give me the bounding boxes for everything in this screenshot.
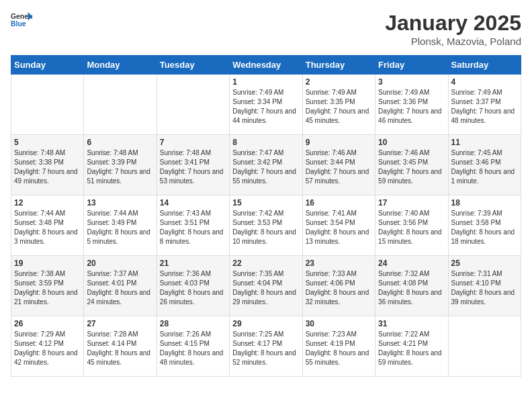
day-number: 1 — [232, 77, 299, 87]
header-sunday: Sunday — [11, 56, 84, 75]
day-info: Sunrise: 7:46 AMSunset: 3:45 PMDaylight:… — [378, 148, 445, 186]
day-cell: 5Sunrise: 7:48 AMSunset: 3:38 PMDaylight… — [11, 135, 84, 195]
day-info: Sunrise: 7:29 AMSunset: 4:12 PMDaylight:… — [14, 330, 81, 367]
day-info: Sunrise: 7:49 AMSunset: 3:37 PMDaylight:… — [451, 88, 518, 126]
day-info: Sunrise: 7:43 AMSunset: 3:51 PMDaylight:… — [160, 209, 226, 246]
day-info: Sunrise: 7:48 AMSunset: 3:38 PMDaylight:… — [14, 148, 81, 186]
day-number: 25 — [451, 259, 518, 268]
day-cell: 9Sunrise: 7:46 AMSunset: 3:44 PMDaylight… — [302, 135, 375, 195]
day-cell: 21Sunrise: 7:36 AMSunset: 4:03 PMDayligh… — [157, 256, 229, 316]
page-title: January 2025 — [385, 11, 521, 36]
day-info: Sunrise: 7:48 AMSunset: 3:41 PMDaylight:… — [160, 148, 226, 186]
day-cell: 25Sunrise: 7:31 AMSunset: 4:10 PMDayligh… — [448, 256, 521, 316]
day-info: Sunrise: 7:44 AMSunset: 3:48 PMDaylight:… — [14, 209, 81, 246]
day-cell: 10Sunrise: 7:46 AMSunset: 3:45 PMDayligh… — [375, 135, 448, 195]
day-cell: 1Sunrise: 7:49 AMSunset: 3:34 PMDaylight… — [230, 75, 302, 135]
header-monday: Monday — [84, 56, 157, 75]
day-number: 7 — [160, 138, 226, 147]
day-number: 20 — [87, 259, 153, 268]
day-number: 19 — [14, 259, 81, 268]
day-info: Sunrise: 7:42 AMSunset: 3:53 PMDaylight:… — [232, 209, 299, 246]
day-cell: 11Sunrise: 7:45 AMSunset: 3:46 PMDayligh… — [448, 135, 521, 195]
day-number: 5 — [14, 138, 81, 147]
day-cell — [448, 316, 521, 377]
day-number: 21 — [160, 259, 226, 268]
week-row-1: 1Sunrise: 7:49 AMSunset: 3:34 PMDaylight… — [11, 75, 521, 135]
day-info: Sunrise: 7:44 AMSunset: 3:49 PMDaylight:… — [87, 209, 153, 246]
day-cell: 13Sunrise: 7:44 AMSunset: 3:49 PMDayligh… — [84, 195, 157, 256]
day-cell: 18Sunrise: 7:39 AMSunset: 3:58 PMDayligh… — [448, 195, 521, 256]
day-info: Sunrise: 7:23 AMSunset: 4:19 PMDaylight:… — [306, 330, 372, 367]
day-cell: 4Sunrise: 7:49 AMSunset: 3:37 PMDaylight… — [448, 75, 521, 135]
day-info: Sunrise: 7:37 AMSunset: 4:01 PMDaylight:… — [87, 269, 153, 307]
day-info: Sunrise: 7:33 AMSunset: 4:06 PMDaylight:… — [306, 269, 372, 307]
day-number: 12 — [14, 198, 81, 208]
day-cell: 8Sunrise: 7:47 AMSunset: 3:42 PMDaylight… — [230, 135, 302, 195]
logo: General Blue — [11, 11, 32, 30]
day-cell — [11, 75, 84, 135]
day-cell: 15Sunrise: 7:42 AMSunset: 3:53 PMDayligh… — [230, 195, 302, 256]
day-info: Sunrise: 7:38 AMSunset: 3:59 PMDaylight:… — [14, 269, 81, 307]
calendar-header-row: SundayMondayTuesdayWednesdayThursdayFrid… — [11, 56, 521, 75]
day-number: 15 — [232, 198, 299, 208]
day-cell: 16Sunrise: 7:41 AMSunset: 3:54 PMDayligh… — [302, 195, 375, 256]
header-wednesday: Wednesday — [230, 56, 302, 75]
page-header: General Blue January 2025 Plonsk, Mazovi… — [11, 11, 521, 47]
day-info: Sunrise: 7:31 AMSunset: 4:10 PMDaylight:… — [451, 269, 518, 307]
day-number: 2 — [306, 77, 372, 87]
day-info: Sunrise: 7:49 AMSunset: 3:34 PMDaylight:… — [232, 88, 299, 126]
week-row-3: 12Sunrise: 7:44 AMSunset: 3:48 PMDayligh… — [11, 195, 521, 256]
day-info: Sunrise: 7:40 AMSunset: 3:56 PMDaylight:… — [378, 209, 445, 246]
day-number: 10 — [378, 138, 445, 147]
day-number: 13 — [87, 198, 153, 208]
header-thursday: Thursday — [302, 56, 375, 75]
day-number: 31 — [378, 319, 445, 328]
svg-text:Blue: Blue — [11, 20, 26, 28]
day-number: 18 — [451, 198, 518, 208]
week-row-2: 5Sunrise: 7:48 AMSunset: 3:38 PMDaylight… — [11, 135, 521, 195]
day-cell: 14Sunrise: 7:43 AMSunset: 3:51 PMDayligh… — [157, 195, 229, 256]
day-number: 4 — [451, 77, 518, 87]
day-cell: 26Sunrise: 7:29 AMSunset: 4:12 PMDayligh… — [11, 316, 84, 377]
day-cell — [157, 75, 229, 135]
day-number: 9 — [306, 138, 372, 147]
day-cell: 7Sunrise: 7:48 AMSunset: 3:41 PMDaylight… — [157, 135, 229, 195]
day-info: Sunrise: 7:22 AMSunset: 4:21 PMDaylight:… — [378, 330, 445, 367]
day-info: Sunrise: 7:41 AMSunset: 3:54 PMDaylight:… — [306, 209, 372, 246]
week-row-5: 26Sunrise: 7:29 AMSunset: 4:12 PMDayligh… — [11, 316, 521, 377]
header-friday: Friday — [375, 56, 448, 75]
day-info: Sunrise: 7:48 AMSunset: 3:39 PMDaylight:… — [87, 148, 153, 186]
day-info: Sunrise: 7:32 AMSunset: 4:08 PMDaylight:… — [378, 269, 445, 307]
day-info: Sunrise: 7:25 AMSunset: 4:17 PMDaylight:… — [232, 330, 299, 367]
day-info: Sunrise: 7:49 AMSunset: 3:36 PMDaylight:… — [378, 88, 445, 126]
day-number: 11 — [451, 138, 518, 147]
day-cell: 19Sunrise: 7:38 AMSunset: 3:59 PMDayligh… — [11, 256, 84, 316]
day-cell: 23Sunrise: 7:33 AMSunset: 4:06 PMDayligh… — [302, 256, 375, 316]
day-number: 22 — [232, 259, 299, 268]
logo-icon: General Blue — [11, 11, 32, 30]
day-cell: 3Sunrise: 7:49 AMSunset: 3:36 PMDaylight… — [375, 75, 448, 135]
day-info: Sunrise: 7:46 AMSunset: 3:44 PMDaylight:… — [306, 148, 372, 186]
day-info: Sunrise: 7:36 AMSunset: 4:03 PMDaylight:… — [160, 269, 226, 307]
day-info: Sunrise: 7:39 AMSunset: 3:58 PMDaylight:… — [451, 209, 518, 246]
day-number: 8 — [232, 138, 299, 147]
day-number: 27 — [87, 319, 153, 328]
day-cell: 20Sunrise: 7:37 AMSunset: 4:01 PMDayligh… — [84, 256, 157, 316]
day-number: 14 — [160, 198, 226, 208]
day-cell: 28Sunrise: 7:26 AMSunset: 4:15 PMDayligh… — [157, 316, 229, 377]
day-cell: 6Sunrise: 7:48 AMSunset: 3:39 PMDaylight… — [84, 135, 157, 195]
day-number: 26 — [14, 319, 81, 328]
day-cell: 24Sunrise: 7:32 AMSunset: 4:08 PMDayligh… — [375, 256, 448, 316]
day-cell: 31Sunrise: 7:22 AMSunset: 4:21 PMDayligh… — [375, 316, 448, 377]
day-number: 3 — [378, 77, 445, 87]
day-number: 30 — [306, 319, 372, 328]
day-cell — [84, 75, 157, 135]
week-row-4: 19Sunrise: 7:38 AMSunset: 3:59 PMDayligh… — [11, 256, 521, 316]
day-number: 28 — [160, 319, 226, 328]
day-number: 16 — [306, 198, 372, 208]
day-cell: 29Sunrise: 7:25 AMSunset: 4:17 PMDayligh… — [230, 316, 302, 377]
calendar-table: SundayMondayTuesdayWednesdayThursdayFrid… — [11, 55, 521, 377]
day-info: Sunrise: 7:28 AMSunset: 4:14 PMDaylight:… — [87, 330, 153, 367]
day-info: Sunrise: 7:47 AMSunset: 3:42 PMDaylight:… — [232, 148, 299, 186]
page-subtitle: Plonsk, Mazovia, Poland — [385, 36, 521, 47]
